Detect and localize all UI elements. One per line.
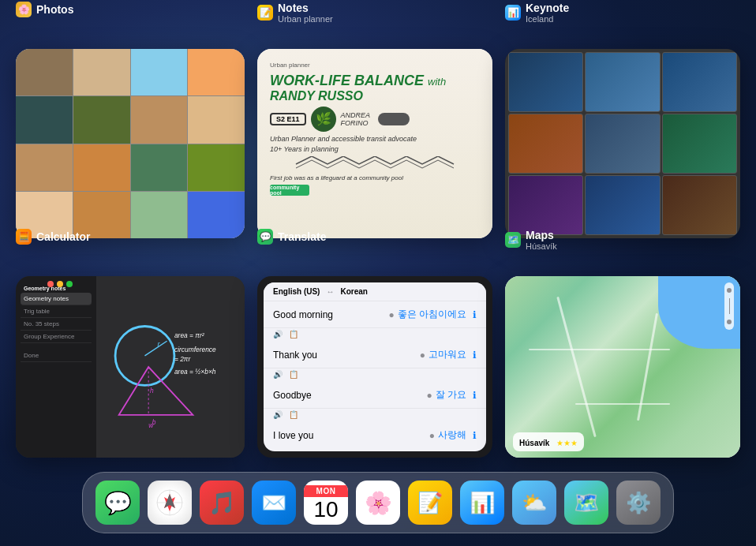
mail-icon: ✉️	[261, 491, 286, 515]
translate-header-bar: English (US) ↔ Korean	[264, 282, 486, 301]
settings-icon: ⚙️	[626, 491, 651, 515]
dock-safari[interactable]	[148, 481, 192, 525]
translate-row-3: Goodbye ● 잘 가요 ℹ	[264, 382, 486, 409]
calendar-day: MON	[304, 485, 348, 497]
map-road-4	[575, 403, 669, 405]
calculator-window[interactable]: Geometry notes Geometry notes Trig table…	[16, 276, 245, 458]
translate-copy-3: 📋	[289, 410, 298, 419]
dock-messages[interactable]: 💬	[95, 481, 140, 525]
photo-cell	[73, 49, 130, 95]
calculator-header: 🧮 Calculator	[16, 229, 90, 245]
calculator-icon: 🧮	[16, 229, 32, 245]
music-icon: 🎵	[208, 490, 236, 516]
notes-main-title: WORK-LIFE BALANCE with	[270, 73, 480, 89]
photos-dock-icon: 🌸	[365, 490, 392, 516]
translate-ko-3: 잘 가요	[436, 388, 466, 402]
keynote-slide	[662, 114, 737, 174]
photos-header: 🌸 Photos	[16, 2, 73, 17]
dock-mail[interactable]: ✉️	[252, 481, 296, 525]
calc-item: Done	[21, 350, 92, 362]
notes-card-wrapper: 📝 Notes Urban planner Urban planner WORK…	[257, 24, 492, 238]
notes-years: 10+ Years in planning	[270, 145, 480, 153]
notes-decoration	[270, 156, 480, 172]
translate-en-3: Goodbye	[273, 390, 312, 401]
dock-music[interactable]: 🎵	[200, 481, 244, 525]
notes-window[interactable]: Urban planner WORK-LIFE BALANCE with RAN…	[257, 49, 492, 238]
notes-badge: S2 E11	[270, 113, 306, 125]
notes-early: First job was as a lifeguard at a commun…	[270, 174, 480, 181]
translate-info-4: ℹ	[473, 430, 477, 441]
maps-subtitle: Húsavík	[526, 241, 557, 251]
notes-deco	[378, 113, 410, 125]
keynote-icon: 📊	[505, 5, 521, 21]
dock-photos[interactable]: 🌸	[356, 481, 400, 525]
translate-speaker-1: 🔊	[273, 330, 283, 338]
map-scroll-dot-2	[727, 320, 732, 324]
keynote-slide	[585, 175, 660, 235]
photos-card-wrapper: 🌸 Photos	[16, 24, 245, 238]
photo-cell	[16, 96, 73, 143]
close-dot	[47, 281, 54, 287]
translate-right-2: ● 고마워요 ℹ	[420, 348, 477, 361]
notes-title: Notes	[278, 2, 333, 14]
svg-text:area = ½×b×h: area = ½×b×h	[174, 368, 215, 376]
keynote-grid	[505, 49, 740, 238]
dock-calendar[interactable]: MON 10	[304, 481, 348, 525]
translate-ko-2: 고마워요	[429, 348, 466, 361]
dock: 💬 🎵 ✉️ MON 10 🌸 📝 📊 ⛅	[82, 472, 674, 533]
translate-header: 💬 Translate	[257, 229, 326, 245]
map-location-text: Húsavík	[519, 439, 549, 447]
notes-content: Urban planner WORK-LIFE BALANCE with RAN…	[257, 49, 492, 238]
maps-dock-icon: 🗺️	[574, 491, 599, 515]
translate-en-1: Good morning	[273, 309, 333, 320]
translate-ko-4: 사랑해	[438, 428, 466, 442]
safari-icon	[155, 488, 185, 518]
photo-cell	[188, 96, 245, 143]
translate-info-1: ℹ	[473, 309, 477, 320]
translate-actions-2: 🔊 📋	[264, 368, 486, 382]
map-scroll-line	[729, 298, 730, 314]
translate-en-2: Thank you	[273, 350, 317, 361]
notes-badge-row: S2 E11 🌿 ANDREAFORINO	[270, 107, 480, 132]
app-switcher: 🌸 Photos	[16, 24, 740, 451]
photo-cell	[131, 96, 188, 143]
keynote-title-group: Keynote Iceland	[526, 2, 569, 24]
dock-keynote[interactable]: 📊	[460, 481, 504, 525]
dock-notes[interactable]: 📝	[408, 481, 452, 525]
translate-right-4: ● 사랑해 ℹ	[429, 428, 477, 442]
keynote-slide	[585, 114, 660, 174]
svg-text:circumference: circumference	[174, 346, 215, 353]
notes-avatar: 🌿	[311, 107, 336, 132]
window-controls	[47, 281, 73, 287]
geometry-drawing: r b h w area = πr² circumference = 2π	[104, 284, 238, 450]
dock-settings[interactable]: ⚙️	[616, 481, 661, 525]
translate-bullet-1: ●	[388, 309, 394, 320]
calc-item: No. 35 steps	[21, 318, 92, 331]
dock-maps[interactable]: 🗺️	[564, 481, 608, 525]
dock-weather[interactable]: ⛅	[512, 481, 556, 525]
maps-card-wrapper: 🗺️ Maps Húsavík Húsavík ★★★	[505, 251, 740, 458]
keynote-window[interactable]	[505, 49, 740, 238]
translate-bullet-2: ●	[420, 350, 425, 361]
translate-window[interactable]: English (US) ↔ Korean Good morning ● 좋은 …	[257, 276, 492, 458]
notes-name: RANDY RUSSO	[270, 89, 480, 103]
photos-window[interactable]	[16, 49, 245, 238]
notes-icon: 📝	[257, 5, 273, 21]
translate-right-1: ● 좋은 아침이에요 ℹ	[388, 308, 477, 321]
maps-window[interactable]: Húsavík ★★★	[505, 276, 740, 458]
photo-cell	[131, 49, 188, 95]
translate-en-4: I love you	[273, 430, 313, 441]
photo-cell	[131, 144, 188, 191]
calc-item: Geometry notes	[21, 293, 92, 305]
notes-header: 📝 Notes Urban planner	[257, 2, 333, 24]
minimize-dot	[57, 281, 63, 287]
translate-speaker-2: 🔊	[273, 370, 283, 379]
keynote-slide	[508, 114, 583, 174]
notes-footer: community pool	[270, 185, 480, 196]
keynote-header: 📊 Keynote Iceland	[505, 2, 569, 24]
map-background: Húsavík ★★★	[505, 276, 740, 458]
map-scroll-dot	[727, 288, 732, 293]
photos-title: Photos	[36, 3, 73, 16]
translate-info-3: ℹ	[473, 390, 477, 401]
translate-lang-en: English (US)	[273, 287, 320, 296]
